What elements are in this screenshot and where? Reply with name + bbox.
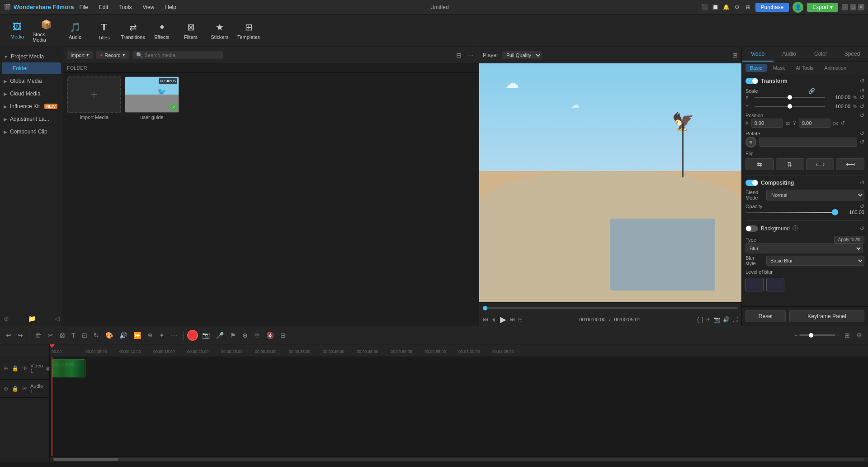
volume-button[interactable]: 🔊 (723, 316, 730, 323)
tl-crop-button[interactable]: ⊡ (80, 330, 90, 340)
quality-select[interactable]: Full Quality (502, 51, 542, 59)
transform-toggle[interactable] (745, 78, 758, 84)
titlebar-icon-1[interactable]: ⬛ (701, 4, 708, 11)
panel-folder-icon[interactable]: 📁 (28, 315, 36, 322)
position-y-input[interactable] (799, 119, 830, 128)
tl-layout-button[interactable]: ⊞ (842, 330, 852, 340)
tl-ai-button[interactable]: ✦ (157, 330, 167, 340)
search-input[interactable] (145, 52, 219, 58)
tl-text-button[interactable]: T (69, 330, 78, 340)
background-reset-icon[interactable]: ↺ (860, 225, 864, 232)
toolbar-stock-media[interactable]: 📦 Stock Media (33, 17, 60, 44)
blur-thumb-2[interactable] (766, 278, 784, 291)
flip-v2-button[interactable]: ⟻ (836, 158, 864, 170)
zoom-in-icon[interactable]: + (837, 332, 840, 338)
cloud-media-header[interactable]: ▶ Cloud Media (0, 88, 63, 100)
h-scrollbar[interactable] (53, 458, 864, 461)
scale-x-reset[interactable]: ↺ (860, 94, 864, 100)
subtab-mask[interactable]: Mask (769, 64, 789, 72)
tl-freeze-button[interactable]: ❄ (145, 330, 155, 340)
maximize-button[interactable]: □ (850, 4, 856, 10)
toolbar-filters[interactable]: ⊠ Filters (177, 17, 204, 44)
tl-ripple-button[interactable]: ⊟ (278, 330, 288, 340)
apply-all-button[interactable]: Apply to All (834, 236, 864, 243)
rotate-reset-icon[interactable]: ↺ (860, 130, 864, 137)
compound-clip-header[interactable]: ▶ Compound Clip (0, 126, 63, 138)
scale-x-slider[interactable] (755, 97, 825, 98)
tab-audio[interactable]: Audio (774, 47, 805, 62)
subtab-basic[interactable]: Basic (745, 64, 767, 72)
zoom-out-icon[interactable]: − (794, 332, 797, 338)
tl-settings-button[interactable]: ⚙ (854, 330, 864, 340)
preview-icon-1[interactable]: ⊞ (732, 52, 738, 59)
tl-rotate-button[interactable]: ↻ (91, 330, 101, 340)
filter-icon[interactable]: ⊟ (454, 51, 463, 60)
import-media-item[interactable]: + Import Media (67, 76, 121, 120)
tl-redo-button[interactable]: ↪ (15, 330, 25, 340)
toolbar-templates[interactable]: ⊞ Templates (235, 17, 262, 44)
menu-help[interactable]: Help (163, 3, 178, 11)
tl-marker-button[interactable]: ⚑ (228, 330, 238, 340)
opacity-reset-icon[interactable]: ↺ (860, 203, 864, 210)
global-media-header[interactable]: ▶ Global Media (0, 75, 63, 87)
fullscreen-button[interactable]: ⛶ (732, 316, 738, 323)
tl-cut-button[interactable]: ✂ (46, 330, 56, 340)
menu-tools[interactable]: Tools (117, 3, 133, 11)
toolbar-stickers[interactable]: ★ Stickers (206, 17, 233, 44)
close-button[interactable]: ✕ (858, 4, 864, 10)
adjustment-header[interactable]: ▶ Adjustment La... (0, 113, 63, 125)
toolbar-effects[interactable]: ✦ Effects (148, 17, 175, 44)
reset-button[interactable]: Reset (745, 310, 786, 322)
tl-split-button[interactable]: ⊠ (57, 330, 67, 340)
minimize-button[interactable]: ─ (842, 4, 848, 10)
insert-button[interactable]: ⊞ (706, 316, 711, 323)
blend-mode-select[interactable]: Normal (766, 190, 864, 200)
flip-h2-button[interactable]: ⟺ (806, 158, 835, 170)
position-x-input[interactable] (751, 119, 783, 128)
export-button[interactable]: Export ▾ (807, 3, 838, 12)
timeline-record-button[interactable] (187, 330, 198, 341)
record-button[interactable]: ● Record ▾ (96, 51, 129, 59)
compositing-reset-icon[interactable]: ↺ (860, 180, 864, 186)
import-button[interactable]: Import ▾ (67, 51, 93, 59)
tab-speed[interactable]: Speed (836, 47, 868, 62)
tl-undo-button[interactable]: ↩ (4, 330, 14, 340)
scale-reset-icon[interactable]: ↺ (860, 88, 864, 94)
tl-mic-button[interactable]: 🎤 (214, 330, 226, 340)
menu-file[interactable]: File (77, 3, 90, 11)
toolbar-transitions[interactable]: ⇄ Transitions (119, 17, 146, 44)
blur-thumb-1[interactable] (745, 278, 764, 291)
user-avatar[interactable]: 👤 (793, 2, 803, 13)
flip-v-button[interactable]: ⇅ (776, 158, 804, 170)
subtab-ai-tools[interactable]: AI Tools (791, 64, 818, 72)
tl-more-button[interactable]: ⋯ (169, 330, 179, 340)
toolbar-media[interactable]: 🖼 Media (4, 17, 31, 44)
tl-color-button[interactable]: 🎨 (103, 330, 115, 340)
track-eye-icon[interactable]: 👁 (21, 364, 28, 372)
toolbar-audio[interactable]: 🎵 Audio (61, 17, 89, 44)
subtab-animation[interactable]: Animation (820, 64, 851, 72)
menu-edit[interactable]: Edit (97, 3, 110, 11)
tl-voice-button[interactable]: 🔊 (117, 330, 129, 340)
tl-sync-button[interactable]: ⊕ (240, 330, 250, 340)
purchase-button[interactable]: Purchase (755, 3, 789, 12)
loop-button[interactable]: ⊟ (518, 316, 523, 323)
mark-in-button[interactable]: { (697, 316, 699, 323)
background-toggle[interactable] (745, 225, 758, 232)
audio-track-eye-icon[interactable]: 👁 (21, 385, 28, 393)
step-back-button[interactable]: ⏴ (491, 316, 496, 323)
blur-type-select[interactable]: Blur (745, 243, 863, 253)
tl-speed-button[interactable]: ⏩ (131, 330, 143, 340)
track-add-icon[interactable]: ⊕ (3, 364, 9, 372)
h-scrollbar-thumb[interactable] (53, 458, 118, 461)
titlebar-icon-5[interactable]: ⊞ (745, 4, 752, 11)
step-forward-button[interactable]: ⏭ (510, 316, 515, 323)
audio-track-lock-icon[interactable]: 🔒 (11, 385, 19, 393)
preview-timeline[interactable] (483, 305, 738, 312)
project-media-header[interactable]: ▼ Project Media (0, 51, 63, 62)
tl-silent-button[interactable]: 🔇 (264, 330, 276, 340)
video-clip[interactable]: user guide (52, 359, 85, 377)
compositing-toggle[interactable] (745, 180, 758, 186)
tl-delete-button[interactable]: 🗑 (33, 330, 44, 340)
mark-out-button[interactable]: } (702, 316, 703, 323)
